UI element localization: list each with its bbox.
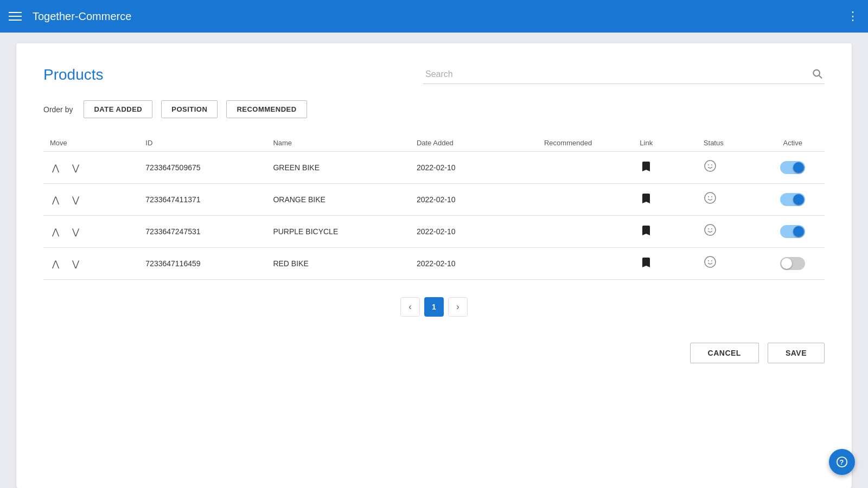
product-recommended-2 — [538, 216, 633, 248]
move-down-btn-1[interactable]: ⋁ — [70, 194, 81, 206]
product-id-0: 7233647509675 — [139, 152, 266, 184]
move-down-btn-2[interactable]: ⋁ — [70, 226, 81, 238]
product-recommended-0 — [538, 152, 633, 184]
svg-line-1 — [819, 75, 822, 78]
fab-button[interactable]: ? — [829, 449, 855, 475]
col-header-date: Date Added — [410, 134, 538, 152]
table-row: ⋀ ⋁ 7233647509675 GREEN BIKE 2022-02-10 — [43, 152, 825, 184]
table-row: ⋀ ⋁ 7233647247531 PURPLE BICYCLE 2022-02… — [43, 216, 825, 248]
product-name-0: GREEN BIKE — [266, 152, 410, 184]
order-row: Order by DATE ADDED POSITION RECOMMENDED — [43, 100, 825, 118]
svg-point-5 — [711, 164, 712, 165]
col-header-status: Status — [697, 134, 761, 152]
link-icon-3[interactable] — [640, 259, 653, 271]
save-button[interactable]: SAVE — [768, 343, 825, 363]
move-down-btn-0[interactable]: ⋁ — [70, 162, 81, 174]
link-icon-1[interactable] — [640, 195, 653, 207]
move-up-btn-0[interactable]: ⋀ — [50, 162, 61, 174]
move-cell-0: ⋀ ⋁ — [43, 152, 139, 184]
product-id-3: 7233647116459 — [139, 248, 266, 280]
app-title: Together-Commerce — [33, 10, 131, 23]
product-active-3[interactable] — [761, 248, 825, 280]
move-up-btn-2[interactable]: ⋀ — [50, 226, 61, 238]
pagination-page-1[interactable]: 1 — [424, 297, 444, 317]
products-table: Move ID Name Date Added Recommended Link… — [43, 134, 825, 280]
status-icon-1[interactable] — [704, 194, 717, 207]
page-title: Products — [43, 66, 104, 84]
search-container — [423, 65, 825, 84]
move-cell-1: ⋀ ⋁ — [43, 184, 139, 216]
move-up-btn-1[interactable]: ⋀ — [50, 194, 61, 206]
product-recommended-1 — [538, 184, 633, 216]
product-name-3: RED BIKE — [266, 248, 410, 280]
status-icon-3[interactable] — [704, 258, 717, 271]
svg-text:?: ? — [839, 458, 844, 466]
col-header-move: Move — [43, 134, 139, 152]
content-card: Products Order by DATE ADDED POSITION RE… — [16, 43, 852, 488]
search-input[interactable] — [423, 65, 825, 84]
move-down-btn-3[interactable]: ⋁ — [70, 258, 81, 270]
order-btn-date-added[interactable]: DATE ADDED — [84, 100, 152, 118]
product-link-0[interactable] — [633, 152, 697, 184]
product-status-1[interactable] — [697, 184, 761, 216]
table-row: ⋀ ⋁ 7233647116459 RED BIKE 2022-02-10 — [43, 248, 825, 280]
product-status-2[interactable] — [697, 216, 761, 248]
col-header-active: Active — [761, 134, 825, 152]
pagination: ‹ 1 › — [43, 297, 825, 317]
product-active-1[interactable] — [761, 184, 825, 216]
toggle-1[interactable] — [780, 193, 805, 206]
pagination-next[interactable]: › — [448, 297, 468, 317]
link-icon-2[interactable] — [640, 227, 653, 239]
app-bar: Together-Commerce ⋮ — [0, 0, 868, 33]
product-active-2[interactable] — [761, 216, 825, 248]
product-link-3[interactable] — [633, 248, 697, 280]
move-up-btn-3[interactable]: ⋀ — [50, 258, 61, 270]
svg-point-13 — [711, 228, 712, 229]
order-btn-position[interactable]: POSITION — [161, 100, 218, 118]
order-btn-recommended[interactable]: RECOMMENDED — [226, 100, 307, 118]
toggle-0[interactable] — [780, 161, 805, 174]
more-vert-icon[interactable]: ⋮ — [847, 9, 859, 23]
svg-point-4 — [708, 164, 709, 165]
product-link-2[interactable] — [633, 216, 697, 248]
table-row: ⋀ ⋁ 7233647411371 ORANGE BIKE 2022-02-10 — [43, 184, 825, 216]
product-name-1: ORANGE BIKE — [266, 184, 410, 216]
pagination-prev[interactable]: ‹ — [400, 297, 420, 317]
svg-point-7 — [705, 192, 716, 203]
svg-point-11 — [705, 224, 716, 235]
col-header-name: Name — [266, 134, 410, 152]
status-icon-0[interactable] — [704, 162, 717, 175]
product-date-1: 2022-02-10 — [410, 184, 538, 216]
product-name-2: PURPLE BICYCLE — [266, 216, 410, 248]
product-date-2: 2022-02-10 — [410, 216, 538, 248]
svg-point-17 — [711, 260, 712, 261]
header-row: Products — [43, 65, 825, 84]
product-status-0[interactable] — [697, 152, 761, 184]
svg-point-16 — [708, 260, 709, 261]
move-cell-2: ⋀ ⋁ — [43, 216, 139, 248]
product-date-3: 2022-02-10 — [410, 248, 538, 280]
product-id-1: 7233647411371 — [139, 184, 266, 216]
cancel-button[interactable]: CANCEL — [690, 343, 759, 363]
col-header-recommended: Recommended — [538, 134, 633, 152]
svg-point-9 — [711, 196, 712, 197]
move-cell-3: ⋀ ⋁ — [43, 248, 139, 280]
product-status-3[interactable] — [697, 248, 761, 280]
menu-icon[interactable] — [9, 12, 22, 21]
svg-point-3 — [705, 160, 716, 171]
product-link-1[interactable] — [633, 184, 697, 216]
link-icon-0[interactable] — [640, 163, 653, 175]
col-header-link: Link — [633, 134, 697, 152]
col-header-id: ID — [139, 134, 266, 152]
toggle-3[interactable] — [780, 257, 805, 270]
search-icon — [812, 68, 822, 81]
toggle-2[interactable] — [780, 225, 805, 238]
status-icon-2[interactable] — [704, 226, 717, 239]
product-id-2: 7233647247531 — [139, 216, 266, 248]
action-row: CANCEL SAVE — [43, 343, 825, 363]
svg-point-15 — [705, 256, 716, 267]
product-date-0: 2022-02-10 — [410, 152, 538, 184]
product-active-0[interactable] — [761, 152, 825, 184]
svg-point-8 — [708, 196, 709, 197]
order-by-label: Order by — [43, 105, 73, 114]
